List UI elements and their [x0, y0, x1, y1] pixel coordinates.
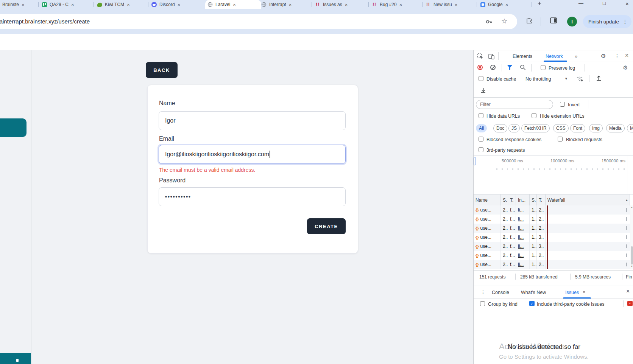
timeline-drag-handle[interactable] — [474, 157, 476, 165]
initiator-link[interactable]: li... — [518, 216, 524, 222]
hide-extension-urls-checkbox[interactable] — [532, 113, 536, 118]
tab-discord[interactable]: Discord × — [149, 0, 207, 9]
table-row[interactable]: {}use... 2.. f... li... 1.. 2.. — [474, 205, 630, 215]
scroll-down-icon[interactable]: ▼ — [631, 265, 633, 268]
tab-close-icon[interactable]: × — [505, 2, 508, 7]
blocked-response-cookies-checkbox[interactable] — [479, 137, 483, 142]
scrollbar-thumb[interactable] — [631, 246, 633, 264]
tab-close-icon[interactable]: × — [71, 2, 74, 7]
tab-close-icon[interactable]: × — [127, 2, 130, 7]
window-maximize-button[interactable]: □ — [603, 0, 606, 6]
search-icon[interactable] — [520, 64, 526, 70]
password-key-icon[interactable] — [485, 18, 493, 25]
filter-chip-font[interactable]: Font — [570, 124, 585, 132]
drawer-tab-whats-new[interactable]: What's New — [521, 290, 546, 295]
record-network-icon[interactable] — [477, 65, 483, 70]
filter-chip-manifest-cut[interactable]: M — [627, 124, 633, 132]
table-row[interactable]: {}use... 2.. f... li... 1.. 3.. — [474, 233, 630, 242]
more-tabs-icon[interactable]: » — [575, 53, 577, 59]
table-row[interactable]: {}use... 2.. f... li... 1.. 3.. — [474, 242, 630, 251]
tab-close-icon[interactable]: × — [345, 2, 348, 7]
sidebar-teal-button[interactable] — [0, 118, 27, 137]
back-button[interactable]: BACK — [146, 62, 178, 78]
tab-close-icon[interactable]: × — [178, 2, 181, 7]
tab-brainster[interactable]: Brainste × — [0, 0, 42, 9]
group-by-kind-checkbox[interactable] — [480, 301, 485, 306]
create-button[interactable]: CREATE — [307, 218, 346, 234]
finish-update-button[interactable]: Finish update ⋮ — [583, 15, 631, 28]
column-time[interactable]: T. — [537, 194, 546, 205]
filter-chip-all[interactable]: All — [476, 124, 487, 132]
filter-chip-media[interactable]: Media — [606, 124, 625, 132]
settings-gear-icon[interactable]: ⚙ — [601, 53, 606, 59]
initiator-link[interactable]: li... — [518, 262, 524, 267]
filter-chip-img[interactable]: Img — [589, 124, 603, 132]
filter-input[interactable] — [476, 100, 553, 109]
hide-data-urls-checkbox[interactable] — [479, 113, 483, 118]
table-scrollbar[interactable]: ▲ ▼ — [630, 205, 633, 269]
network-conditions-icon[interactable] — [576, 75, 584, 82]
initiator-link[interactable]: li... — [518, 207, 524, 213]
device-toolbar-icon[interactable] — [488, 53, 495, 60]
throttling-caret-icon[interactable]: ▼ — [564, 77, 568, 81]
tab-close-icon[interactable]: × — [399, 2, 402, 7]
bookmark-star-icon[interactable]: ☆ — [501, 17, 507, 25]
tab-new-issue[interactable]: !! New issu × — [423, 0, 480, 9]
tab-close-icon[interactable]: × — [22, 2, 25, 7]
tab-issues[interactable]: !! Issues as × — [313, 0, 372, 9]
drawer-tab-console[interactable]: Console — [492, 290, 509, 295]
profile-avatar[interactable]: I — [567, 17, 577, 26]
tab-laravel-active[interactable]: Laravel × — [205, 0, 261, 9]
third-party-requests-checkbox[interactable] — [479, 147, 483, 152]
filter-chip-js[interactable]: JS — [508, 124, 520, 132]
table-row[interactable]: {}use... 2.. f... li... 1.. 2.. — [474, 224, 630, 233]
name-field[interactable]: Igor — [159, 111, 346, 130]
issues-tab-close-icon[interactable]: × — [583, 289, 586, 295]
tab-interrapt[interactable]: Interrapt × — [259, 0, 315, 9]
throttling-select[interactable]: No throttling — [525, 76, 551, 82]
side-panel-icon[interactable] — [550, 17, 557, 24]
inspect-element-icon[interactable] — [477, 53, 483, 60]
sort-asc-icon[interactable]: ▲ — [625, 198, 628, 202]
window-minimize-button[interactable]: — — [578, 0, 583, 6]
table-row[interactable]: {}use... 2.. f... li... 1.. 2.. — [474, 251, 630, 260]
email-field[interactable]: Igor@ilioskiigorilioskiigorilioskiigor.c… — [159, 145, 346, 164]
network-overview-timeline[interactable]: 500000 ms 1000000 ms 1500000 ms — [474, 156, 633, 194]
column-name[interactable]: Name — [474, 194, 501, 205]
drawer-close-icon[interactable]: × — [626, 288, 630, 295]
preserve-log-checkbox[interactable] — [541, 65, 546, 70]
disable-cache-checkbox[interactable] — [479, 76, 483, 81]
tab-bug[interactable]: !! Bug #20 × — [370, 0, 426, 9]
clear-network-icon[interactable] — [490, 65, 496, 70]
tab-elements[interactable]: Elements — [513, 54, 532, 59]
initiator-link[interactable]: li... — [518, 235, 524, 240]
tab-google[interactable]: Google × — [478, 0, 535, 9]
export-har-icon[interactable] — [480, 87, 486, 93]
table-row[interactable]: {}use... 2.. f... li... 1.. 2.. — [474, 215, 630, 224]
blocked-requests-checkbox[interactable] — [558, 137, 563, 142]
include-third-party-checkbox[interactable]: ✓ — [529, 301, 535, 306]
column-type[interactable]: T. — [508, 194, 516, 205]
extensions-puzzle-icon[interactable] — [525, 17, 533, 24]
filter-chip-doc[interactable]: Doc — [493, 124, 507, 132]
network-table-header[interactable]: Name S. T. In... S. T. Waterfall — [474, 194, 630, 206]
drawer-tab-issues[interactable]: Issues — [565, 290, 579, 295]
tab-close-icon[interactable]: × — [233, 2, 236, 7]
url-text[interactable]: //qainterrapt.brainster.xyz/users/create — [0, 14, 90, 29]
tab-close-icon[interactable]: × — [289, 2, 292, 7]
import-har-icon[interactable] — [596, 75, 602, 82]
tab-close-icon[interactable]: × — [455, 2, 458, 7]
column-waterfall[interactable]: Waterfall — [546, 194, 630, 205]
devtools-menu-icon[interactable]: ⋮ — [614, 53, 620, 59]
column-status[interactable]: S. — [501, 194, 508, 205]
network-settings-gear-icon[interactable]: ⚙ — [623, 64, 628, 71]
new-tab-button[interactable]: + — [538, 0, 541, 7]
scroll-up-icon[interactable]: ▲ — [631, 206, 633, 208]
devtools-close-icon[interactable]: × — [625, 52, 628, 59]
column-initiator[interactable]: In... — [516, 194, 530, 205]
url-bar[interactable]: //qainterrapt.brainster.xyz/users/create… — [0, 14, 517, 29]
table-row[interactable]: {}use... 2.. f... li... 1.. 2.. — [474, 260, 630, 269]
tab-network[interactable]: Network — [546, 54, 563, 59]
window-close-button[interactable]: × — [625, 0, 629, 7]
password-field[interactable]: •••••••••• — [159, 187, 346, 206]
